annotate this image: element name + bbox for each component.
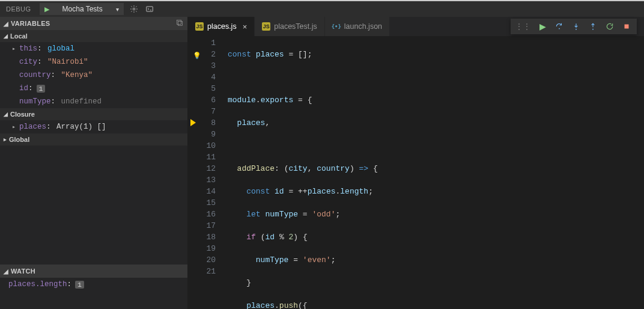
scope-closure-label: Closure — [10, 111, 35, 118]
current-execution-icon — [190, 119, 196, 126]
chevron-down-icon: ◢ — [4, 268, 8, 275]
watch-value: 1 — [75, 281, 84, 289]
svg-point-6 — [592, 29, 594, 30]
chevron-down-icon: ▾ — [116, 6, 119, 13]
variable-key: id — [19, 84, 28, 93]
scope-global-label: Global — [9, 136, 29, 143]
variable-value: "Nairobi" — [47, 58, 88, 66]
lightbulb-icon[interactable]: 💡 — [193, 50, 201, 62]
editor-tab[interactable]: {∙} launch.json — [325, 17, 390, 36]
watch-expression: places.length — [8, 280, 67, 289]
variable-row[interactable]: ▸ places: Array(1) [] — [0, 120, 187, 133]
variable-row[interactable]: numType: undefined — [0, 95, 187, 108]
watch-row[interactable]: places.length: 1 — [0, 278, 187, 291]
chevron-right-icon: ▸ — [4, 136, 7, 142]
debug-controls[interactable]: ⋮⋮ ▶ — [511, 19, 637, 34]
svg-rect-2 — [177, 20, 181, 24]
svg-rect-1 — [146, 7, 153, 11]
step-into-button[interactable] — [568, 19, 584, 34]
variable-value: undefined — [61, 97, 102, 106]
variables-panel-header[interactable]: ◢ VARIABLES — [0, 17, 187, 30]
watch-tree: places.length: 1 — [0, 278, 187, 309]
scope-closure-tree: ▸ places: Array(1) [] — [0, 120, 187, 133]
vertical-scrollbar[interactable] — [637, 36, 644, 309]
variable-value: 1 — [37, 85, 46, 93]
variable-value: "Kenya" — [61, 71, 93, 79]
variable-key: places — [19, 123, 46, 131]
svg-rect-7 — [625, 25, 629, 29]
tab-label: places.js — [207, 22, 237, 31]
code-content[interactable]: const places = []; module.exports = { pl… — [224, 36, 637, 309]
variables-title: VARIABLES — [11, 20, 175, 27]
debug-toolbar: DEBUG ▶ Mocha Tests ▾ — [0, 1, 644, 17]
svg-point-5 — [576, 29, 577, 30]
collapse-all-icon[interactable] — [175, 19, 184, 28]
editor-tab[interactable]: JS places.js × — [188, 17, 255, 36]
step-out-button[interactable] — [585, 19, 601, 34]
close-icon[interactable]: × — [243, 22, 248, 31]
debug-config-dropdown[interactable]: ▶ Mocha Tests ▾ — [40, 3, 124, 15]
chevron-right-icon: ▸ — [12, 45, 19, 52]
js-file-icon: JS — [195, 22, 204, 31]
editor-area: ⋮⋮ ▶ J — [188, 17, 644, 309]
chevron-down-icon: ◢ — [4, 33, 8, 39]
code-editor[interactable]: 1 💡2 3 4 5 6 7 8 9 10 11 12 13 14 15 16 — [188, 36, 644, 309]
js-file-icon: JS — [262, 22, 270, 31]
chevron-down-icon: ◢ — [4, 111, 8, 117]
line-number-gutter[interactable]: 1 💡2 3 4 5 6 7 8 9 10 11 12 13 14 15 16 — [188, 36, 224, 309]
debug-sidebar: ◢ VARIABLES ◢ Local ▸ this: global — [0, 17, 188, 309]
play-icon: ▶ — [44, 5, 49, 13]
debug-label: DEBUG — [0, 1, 37, 17]
debug-console-icon[interactable] — [142, 1, 157, 17]
svg-point-0 — [133, 8, 135, 10]
scope-local-tree: ▸ this: global city: "Nairobi" country: … — [0, 42, 187, 108]
gear-icon[interactable] — [126, 1, 142, 17]
tab-label: placesTest.js — [274, 22, 317, 31]
scope-global-header[interactable]: ▸ Global — [0, 133, 187, 145]
variable-row[interactable]: id: 1 — [0, 82, 187, 95]
continue-button[interactable]: ▶ — [535, 19, 550, 34]
chevron-right-icon: ▸ — [12, 123, 19, 130]
variable-key: this — [19, 44, 37, 53]
editor-tab[interactable]: JS placesTest.js — [255, 17, 325, 36]
debug-config-name: Mocha Tests — [62, 5, 103, 13]
variable-key: country — [19, 71, 51, 79]
watch-title: WATCH — [11, 268, 184, 275]
variable-key: numType — [19, 97, 51, 106]
chevron-down-icon: ◢ — [4, 20, 8, 27]
scope-local-label: Local — [10, 32, 28, 40]
json-file-icon: {∙} — [332, 22, 341, 31]
drag-handle-icon[interactable]: ⋮⋮ — [513, 22, 533, 31]
variable-key: city — [19, 58, 37, 66]
variable-value: Array(1) [] — [56, 123, 106, 131]
scope-closure-header[interactable]: ◢ Closure — [0, 108, 187, 120]
variable-value: global — [47, 44, 74, 53]
stop-button[interactable] — [619, 19, 634, 34]
variable-row[interactable]: country: "Kenya" — [0, 69, 187, 82]
watch-panel-header[interactable]: ◢ WATCH — [0, 265, 187, 278]
svg-point-4 — [559, 28, 560, 29]
restart-button[interactable] — [602, 19, 618, 34]
tab-label: launch.json — [344, 22, 382, 31]
step-over-button[interactable] — [551, 19, 567, 34]
scope-local-header[interactable]: ◢ Local — [0, 30, 187, 42]
variable-row[interactable]: ▸ this: global — [0, 42, 187, 55]
variable-row[interactable]: city: "Nairobi" — [0, 55, 187, 69]
svg-rect-3 — [178, 22, 183, 26]
